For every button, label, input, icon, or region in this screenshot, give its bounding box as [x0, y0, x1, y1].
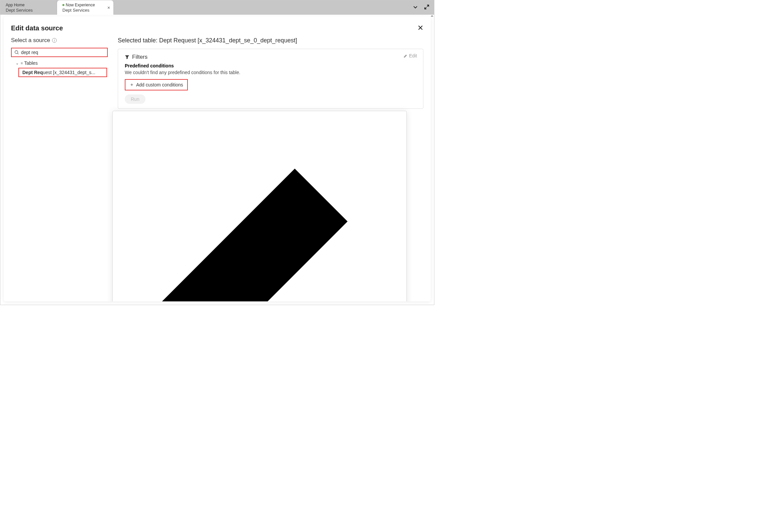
dialog-title: Edit data source — [11, 24, 63, 32]
select-source-label: Select a source i — [11, 37, 108, 44]
expand-icon[interactable] — [424, 4, 429, 11]
tree-leaf-dept-request[interactable]: Dept Request [x_324431_dept_s... — [18, 68, 107, 77]
tab-app-home[interactable]: App Home Dept Services — [0, 0, 57, 15]
tab-close-icon[interactable]: × — [107, 5, 110, 10]
close-icon[interactable]: ✕ — [417, 24, 423, 32]
info-icon[interactable]: i — [52, 38, 57, 43]
filters-header: Filters — [125, 54, 416, 60]
tab-subtitle: Dept Services — [6, 8, 51, 13]
filters-panel-collapsed: Edit Filters Predefined conditions We co… — [118, 49, 423, 109]
pencil-icon — [119, 116, 400, 301]
list-icon: ≡ — [21, 61, 22, 65]
run-button-disabled: Run — [125, 94, 145, 104]
add-custom-conditions-button[interactable]: ＋ Add custom conditions — [125, 79, 188, 90]
tree-node-tables[interactable]: ⌄ ≡ Tables — [11, 60, 108, 66]
edit-filters-link[interactable]: Edit — [119, 116, 400, 301]
tree-node-label: Tables — [24, 60, 37, 66]
filters-panel-expanded: Edit Filters Predefined conditions We co… — [112, 111, 407, 301]
scroll-up-arrow-icon[interactable] — [431, 15, 433, 18]
tab-title: Now Experience — [62, 3, 108, 7]
predefined-conditions-heading: Predefined conditions — [125, 63, 416, 68]
chevron-down-icon[interactable] — [413, 4, 418, 11]
tab-title: App Home — [6, 3, 51, 7]
edit-data-source-dialog: Edit data source ✕ Select a source i ⌄ ≡… — [4, 16, 431, 301]
filter-icon — [125, 55, 129, 59]
svg-point-0 — [15, 51, 18, 54]
chevron-down-icon: ⌄ — [16, 61, 19, 65]
selected-table-label: Selected table: Dept Request [x_324431_d… — [118, 37, 423, 44]
tab-subtitle: Dept Services — [62, 8, 108, 13]
edit-filters-link[interactable]: Edit — [403, 53, 417, 58]
unsaved-dot-icon — [62, 4, 64, 6]
pencil-icon — [403, 54, 408, 58]
tab-bar: App Home Dept Services Now Experience De… — [0, 0, 434, 15]
source-search-input[interactable] — [11, 48, 108, 57]
source-selector-panel: Select a source i ⌄ ≡ Tables Dept Reques… — [11, 37, 108, 295]
source-tree: ⌄ ≡ Tables Dept Request [x_324431_dept_s… — [11, 60, 108, 77]
plus-icon: ＋ — [129, 82, 134, 88]
predefined-conditions-text: We couldn't find any predefined conditio… — [125, 70, 416, 75]
tab-now-experience[interactable]: Now Experience Dept Services × — [57, 0, 114, 15]
search-field[interactable] — [21, 50, 104, 55]
search-icon — [14, 50, 19, 55]
